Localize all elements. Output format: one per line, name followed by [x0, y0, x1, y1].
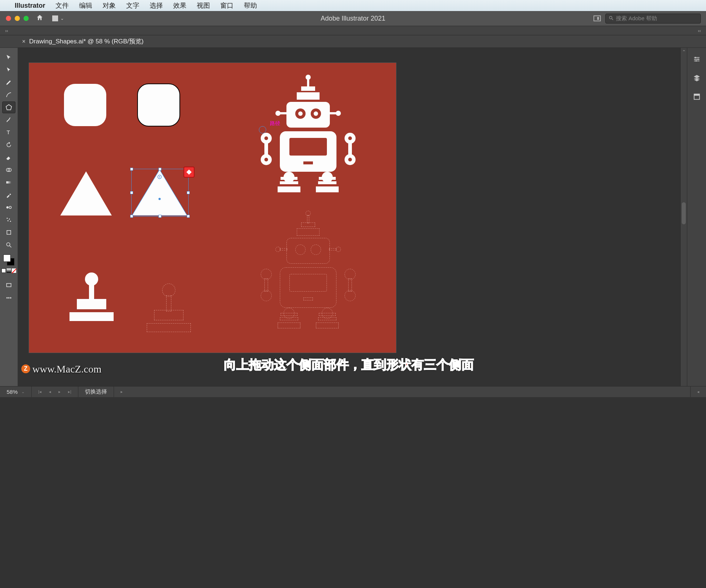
- eraser-tool[interactable]: [2, 152, 15, 163]
- expand-right-icon[interactable]: ‹‹: [698, 28, 701, 33]
- libraries-panel-icon[interactable]: [693, 93, 701, 103]
- status-more-icon[interactable]: ▸: [121, 389, 123, 394]
- status-mode-label: 切换选择: [85, 388, 107, 395]
- shape-builder-tool[interactable]: [2, 164, 15, 176]
- menu-object[interactable]: 对象: [103, 1, 116, 10]
- gradient-tool[interactable]: [2, 177, 15, 188]
- blend-tool[interactable]: [2, 202, 15, 213]
- close-window-button[interactable]: [6, 16, 11, 21]
- layers-panel-icon[interactable]: [693, 74, 701, 84]
- prev-artboard-icon[interactable]: ◂: [49, 389, 51, 394]
- home-icon[interactable]: [36, 14, 43, 23]
- canvas-area[interactable]: 路径: [18, 48, 680, 386]
- window-controls: [6, 16, 29, 21]
- sides-widget[interactable]: [183, 167, 195, 178]
- shape-triangle-1[interactable]: [58, 170, 114, 217]
- rotate-tool[interactable]: [2, 139, 15, 151]
- artboard-tool[interactable]: [2, 227, 15, 238]
- resize-handle-nw[interactable]: [130, 168, 133, 171]
- properties-panel-icon[interactable]: [693, 55, 701, 65]
- resize-handle-e[interactable]: [187, 191, 190, 194]
- expand-left-icon[interactable]: ››: [5, 28, 8, 33]
- next-artboard-icon[interactable]: ▸: [58, 389, 61, 394]
- selection-tool[interactable]: [2, 51, 15, 63]
- artboard-nav[interactable]: |◂ ◂ ▸ ▸|: [32, 386, 78, 397]
- status-mode[interactable]: 切换选择: [78, 386, 114, 397]
- vertical-scrollbar[interactable]: ⌃: [680, 48, 687, 386]
- brush-tool[interactable]: [2, 114, 15, 126]
- menu-effect[interactable]: 效果: [173, 1, 186, 10]
- menu-select[interactable]: 选择: [150, 1, 163, 10]
- svg-text:T: T: [7, 129, 10, 135]
- menu-help[interactable]: 帮助: [244, 1, 257, 10]
- scroll-up-icon[interactable]: ⌃: [682, 49, 686, 54]
- resize-handle-s[interactable]: [158, 215, 161, 218]
- menu-type[interactable]: 文字: [126, 1, 139, 10]
- watermark-badge: Z: [21, 364, 30, 373]
- macos-menubar: Illustrator 文件 编辑 对象 文字 选择 效果 视图 窗口 帮助: [0, 0, 706, 11]
- zoom-tool[interactable]: [2, 239, 15, 251]
- menu-view[interactable]: 视图: [197, 1, 210, 10]
- panel-dock: [687, 48, 706, 386]
- shape-rounded-rect-1[interactable]: [62, 82, 110, 130]
- svg-point-12: [10, 221, 11, 222]
- type-tool[interactable]: T: [2, 126, 15, 138]
- scroll-left-icon[interactable]: ◂: [697, 389, 699, 394]
- svg-point-9: [7, 218, 8, 219]
- fullscreen-window-button[interactable]: [24, 16, 29, 21]
- menu-window[interactable]: 窗口: [220, 1, 233, 10]
- toolbox: T •••: [0, 48, 18, 386]
- menu-edit[interactable]: 编辑: [79, 1, 92, 10]
- direct-selection-tool[interactable]: [2, 64, 15, 76]
- svg-marker-2: [6, 105, 12, 110]
- search-icon: [609, 15, 614, 22]
- workspace: T •••: [0, 48, 706, 386]
- zoom-control[interactable]: 58% ⌄: [0, 386, 32, 397]
- chevron-down-icon: ⌄: [21, 389, 25, 394]
- close-tab-icon[interactable]: ×: [22, 38, 25, 45]
- svg-rect-6: [6, 181, 11, 183]
- polygon-tool[interactable]: [2, 101, 15, 113]
- document-layout-icon[interactable]: [593, 15, 601, 21]
- fill-stroke-swatch[interactable]: [3, 254, 14, 266]
- svg-point-11: [7, 220, 8, 221]
- control-bar: ›› ‹‹: [0, 26, 706, 35]
- pen-tool[interactable]: [2, 76, 15, 88]
- screen-mode-tool[interactable]: [2, 279, 15, 291]
- resize-handle-se[interactable]: [187, 215, 190, 218]
- artboard[interactable]: 路径: [29, 63, 396, 353]
- app-name[interactable]: Illustrator: [15, 2, 45, 10]
- symbol-sprayer-tool[interactable]: [2, 214, 15, 226]
- selection-bounding-box[interactable]: [131, 169, 189, 217]
- edit-toolbar-button[interactable]: •••: [2, 292, 15, 304]
- menu-file[interactable]: 文件: [56, 1, 69, 10]
- svg-rect-18: [138, 84, 180, 126]
- svg-point-25: [697, 58, 699, 60]
- resize-handle-w[interactable]: [130, 191, 133, 194]
- curvature-tool[interactable]: [2, 89, 15, 101]
- color-mode-swatches[interactable]: [1, 268, 16, 273]
- help-search-input[interactable]: 搜索 Adobe 帮助: [605, 14, 701, 24]
- shape-rounded-rect-2[interactable]: [136, 82, 183, 130]
- last-artboard-icon[interactable]: ▸|: [68, 389, 71, 394]
- eyedropper-tool[interactable]: [2, 189, 15, 201]
- svg-rect-17: [64, 84, 106, 126]
- svg-point-7: [6, 206, 8, 209]
- resize-handle-sw[interactable]: [130, 215, 133, 218]
- shape-robot[interactable]: [250, 74, 367, 192]
- status-bar: 58% ⌄ |◂ ◂ ▸ ▸| 切换选择 ▸ ◂: [0, 386, 706, 397]
- app-window: ⌄ Adobe Illustrator 2021 搜索 Adobe 帮助 ›› …: [0, 11, 706, 397]
- svg-marker-19: [60, 171, 112, 215]
- minimize-window-button[interactable]: [15, 16, 20, 21]
- tutorial-caption: 向上拖动这个侧面部件，直到形状有三个侧面: [224, 356, 474, 373]
- resize-handle-n[interactable]: [158, 168, 161, 171]
- svg-point-10: [9, 218, 10, 220]
- workspace-switcher[interactable]: ⌄: [52, 15, 64, 21]
- window-titlebar: ⌄ Adobe Illustrator 2021 搜索 Adobe 帮助: [0, 11, 706, 26]
- window-title: Adobe Illustrator 2021: [321, 15, 385, 22]
- document-tab-label[interactable]: Drawing_Shapes.ai* @ 58 % (RGB/预览): [29, 37, 143, 46]
- scroll-thumb[interactable]: [682, 202, 686, 224]
- first-artboard-icon[interactable]: |◂: [38, 389, 42, 394]
- search-placeholder: 搜索 Adobe 帮助: [616, 15, 657, 22]
- shape-robot-dashed[interactable]: [250, 210, 367, 328]
